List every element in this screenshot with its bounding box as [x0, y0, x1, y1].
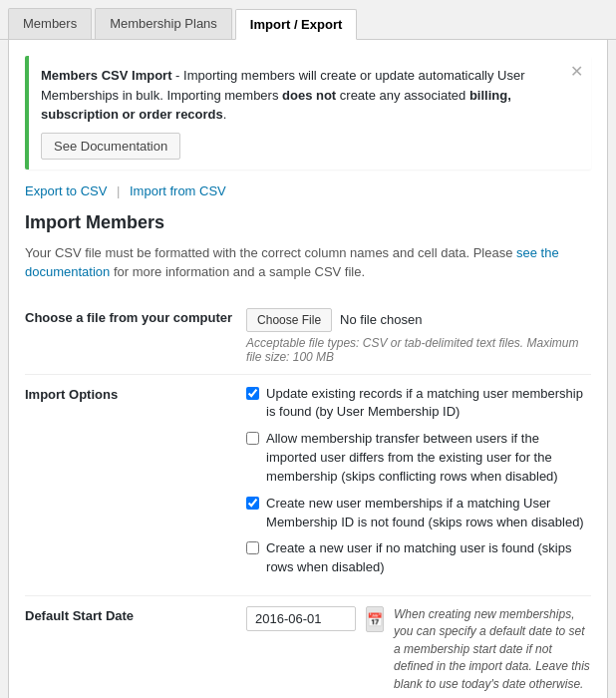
notice-text2: create any associated — [336, 88, 469, 103]
file-chooser-row: Choose File No file chosen — [246, 308, 591, 332]
import-csv-link[interactable]: Import from CSV — [130, 183, 226, 198]
tab-members[interactable]: Members — [8, 8, 92, 39]
file-hint-text: Acceptable file types: CSV or tab-delimi… — [246, 336, 591, 364]
link-divider: | — [117, 183, 124, 198]
checkbox-opt2[interactable] — [246, 432, 259, 445]
calendar-icon[interactable]: 📅 — [366, 606, 384, 632]
date-input[interactable] — [246, 606, 356, 631]
checkbox-label-opt2: Allow membership transfer between users … — [266, 430, 591, 487]
file-input-cell: Choose File No file chosen Acceptable fi… — [242, 298, 591, 375]
import-options-row: Import Options Update existing records i… — [25, 375, 591, 596]
page-title: Import Members — [25, 212, 591, 233]
choose-file-button[interactable]: Choose File — [246, 308, 332, 332]
see-documentation-button[interactable]: See Documentation — [41, 133, 180, 160]
date-cell: 📅 When creating new memberships, you can… — [242, 596, 591, 698]
close-notice-button[interactable]: ✕ — [570, 64, 583, 80]
import-options-label: Import Options — [25, 375, 242, 596]
export-csv-link[interactable]: Export to CSV — [25, 183, 107, 198]
checkbox-opt3[interactable] — [246, 497, 259, 510]
import-options-cell: Update existing records if a matching us… — [242, 375, 591, 596]
notice-text3: . — [223, 107, 227, 122]
checkbox-row-3: Create new user memberships if a matchin… — [246, 495, 591, 532]
csv-links-row: Export to CSV | Import from CSV — [25, 183, 591, 198]
file-placeholder-text: No file chosen — [340, 312, 422, 327]
date-label: Default Start Date — [25, 596, 242, 698]
checkbox-label-opt4: Create a new user if no matching user is… — [266, 539, 591, 577]
desc-text2: for more information and a sample CSV fi… — [110, 264, 365, 279]
tab-membership-plans[interactable]: Membership Plans — [95, 8, 232, 39]
file-row: Choose a file from your computer Choose … — [25, 298, 591, 375]
date-description: When creating new memberships, you can s… — [394, 606, 591, 693]
page-description: Your CSV file must be formatted with the… — [25, 243, 591, 282]
date-row: Default Start Date 📅 When creating new m… — [25, 596, 591, 698]
main-content: Members CSV Import - Importing members w… — [8, 40, 608, 698]
notice-banner: Members CSV Import - Importing members w… — [25, 56, 591, 170]
checkbox-opt1[interactable] — [246, 387, 259, 400]
checkbox-row-2: Allow membership transfer between users … — [246, 430, 591, 487]
checkbox-row-1: Update existing records if a matching us… — [246, 385, 591, 423]
checkbox-label-opt1: Update existing records if a matching us… — [266, 385, 591, 423]
file-label: Choose a file from your computer — [25, 298, 242, 375]
form-table: Choose a file from your computer Choose … — [25, 298, 591, 699]
notice-text: Members CSV Import - Importing members w… — [41, 66, 561, 125]
checkbox-row-4: Create a new user if no matching user is… — [246, 539, 591, 577]
desc-text1: Your CSV file must be formatted with the… — [25, 245, 516, 260]
tab-bar: Members Membership Plans Import / Export — [0, 0, 616, 40]
date-input-row: 📅 When creating new memberships, you can… — [246, 606, 591, 693]
notice-bold2: does not — [282, 88, 336, 103]
checkbox-opt4[interactable] — [246, 541, 259, 554]
checkbox-label-opt3: Create new user memberships if a matchin… — [266, 495, 591, 532]
notice-bold1: Members CSV Import — [41, 68, 171, 83]
tab-import-export[interactable]: Import / Export — [235, 9, 357, 40]
